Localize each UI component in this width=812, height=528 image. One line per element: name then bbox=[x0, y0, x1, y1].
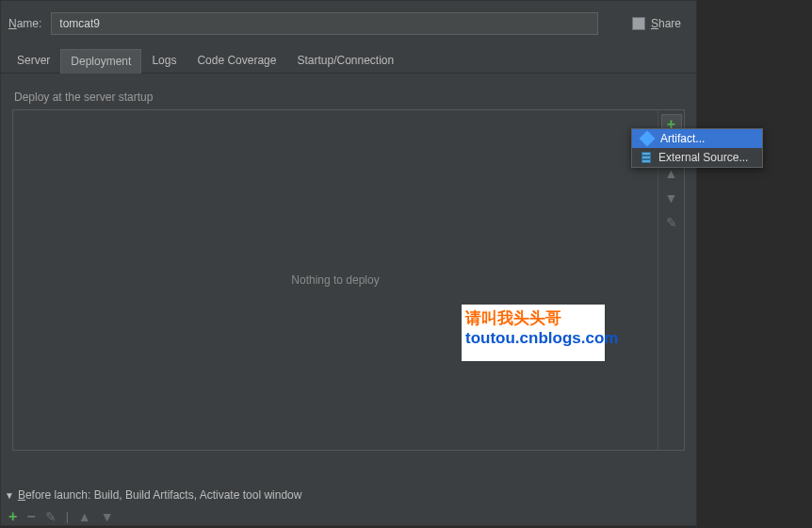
tab-server[interactable]: Server bbox=[7, 48, 60, 73]
before-down-button[interactable]: ▼ bbox=[101, 510, 114, 523]
name-label: Name: bbox=[8, 17, 41, 30]
tab-bar: Server Deployment Logs Code Coverage Sta… bbox=[1, 48, 696, 74]
deploy-empty-text: Nothing to deploy bbox=[291, 273, 379, 287]
add-popup-menu: Artifact... External Source... bbox=[631, 128, 763, 168]
deployment-panel: Deploy at the server startup Nothing to … bbox=[1, 74, 696, 451]
popup-item-external-source[interactable]: External Source... bbox=[632, 148, 762, 167]
move-down-button[interactable]: ▼ bbox=[661, 188, 682, 208]
artifact-icon bbox=[640, 131, 656, 147]
name-input[interactable] bbox=[51, 12, 598, 35]
deploy-section-label: Deploy at the server startup bbox=[14, 91, 685, 104]
watermark-line1: 请叫我头头哥 bbox=[465, 307, 601, 329]
tab-logs[interactable]: Logs bbox=[141, 48, 187, 73]
before-launch-toolbar: + − ✎ | ▲ ▼ bbox=[1, 505, 696, 524]
before-up-button[interactable]: ▲ bbox=[78, 510, 91, 523]
before-launch-label: Before launch: Build, Build Artifacts, A… bbox=[18, 488, 302, 502]
external-source-icon bbox=[641, 152, 651, 163]
edit-button[interactable]: ✎ bbox=[661, 212, 682, 233]
before-launch-row[interactable]: ▼ Before launch: Build, Build Artifacts,… bbox=[1, 481, 696, 505]
watermark: 请叫我头头哥 toutou.cnblogs.com bbox=[462, 305, 605, 361]
expand-triangle-icon: ▼ bbox=[5, 490, 14, 501]
popup-item-label: Artifact... bbox=[660, 132, 705, 145]
share-checkbox-wrap[interactable]: Share bbox=[632, 17, 681, 30]
before-edit-button[interactable]: ✎ bbox=[45, 510, 57, 523]
share-checkbox[interactable] bbox=[632, 17, 645, 30]
tab-startup-connection[interactable]: Startup/Connection bbox=[286, 48, 404, 73]
arrow-up-icon: ▲ bbox=[665, 167, 678, 180]
deploy-list: Nothing to deploy bbox=[13, 110, 658, 450]
before-add-button[interactable]: + bbox=[8, 509, 17, 524]
name-row: Name: Share bbox=[1, 1, 696, 48]
watermark-line2: toutou.cnblogs.com bbox=[465, 329, 601, 348]
deploy-box: Nothing to deploy + − ▲ ▼ ✎ bbox=[12, 109, 685, 451]
background-area bbox=[697, 0, 812, 526]
pencil-icon: ✎ bbox=[666, 216, 677, 229]
share-label: Share bbox=[651, 17, 681, 30]
tab-deployment[interactable]: Deployment bbox=[60, 49, 141, 74]
popup-item-artifact[interactable]: Artifact... bbox=[632, 129, 762, 148]
toolbar-separator: | bbox=[66, 510, 69, 523]
popup-item-label: External Source... bbox=[658, 151, 748, 164]
arrow-down-icon: ▼ bbox=[665, 191, 678, 205]
tab-code-coverage[interactable]: Code Coverage bbox=[187, 48, 286, 73]
before-remove-button[interactable]: − bbox=[26, 509, 35, 524]
run-config-dialog: Name: Share Server Deployment Logs Code … bbox=[0, 0, 697, 526]
